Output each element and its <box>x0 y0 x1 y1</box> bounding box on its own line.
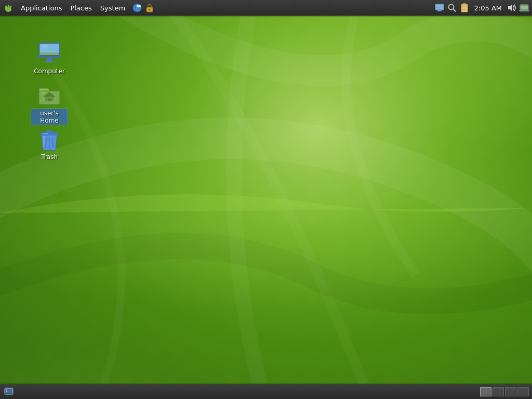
svg-rect-35 <box>40 44 59 57</box>
top-panel: Applications Places System <box>0 0 532 16</box>
svg-rect-38 <box>40 55 59 57</box>
network-globe-icon[interactable] <box>131 2 143 14</box>
svg-rect-39 <box>47 58 52 61</box>
svg-rect-40 <box>44 61 55 62</box>
workspace-1-button[interactable] <box>480 387 491 396</box>
svg-point-2 <box>8 5 10 7</box>
search-icon[interactable] <box>446 2 458 14</box>
keyring-icon[interactable] <box>144 2 155 14</box>
places-menu[interactable]: Places <box>66 0 96 16</box>
svg-rect-25 <box>463 4 466 5</box>
svg-point-4 <box>5 7 6 9</box>
trash-icon[interactable]: Trash <box>29 125 70 163</box>
svg-point-3 <box>10 6 12 8</box>
clipboard-icon[interactable] <box>459 2 470 14</box>
home-folder-icon-image <box>37 83 62 108</box>
svg-rect-42 <box>39 91 59 104</box>
workspace-2-button[interactable] <box>493 387 504 396</box>
svg-rect-18 <box>437 11 442 11</box>
workspace-switcher <box>480 387 529 396</box>
svg-line-50 <box>52 138 53 148</box>
svg-rect-36 <box>40 44 59 52</box>
volume-icon[interactable] <box>506 2 517 14</box>
svg-rect-47 <box>46 130 52 133</box>
svg-marker-29 <box>508 4 512 11</box>
computer-icon[interactable]: Computer <box>29 39 70 77</box>
desktop[interactable]: Computer user's Home <box>0 16 532 384</box>
svg-rect-32 <box>521 6 528 9</box>
clock[interactable]: 2:05 AM <box>471 4 505 12</box>
workspace-switcher-area <box>480 387 532 396</box>
power-manager-icon[interactable] <box>518 2 530 14</box>
trash-icon-image <box>37 127 62 152</box>
computer-icon-image <box>37 41 62 66</box>
svg-rect-51 <box>43 133 48 135</box>
svg-rect-54 <box>5 393 12 394</box>
desktop-wallpaper-overlay <box>0 16 532 384</box>
svg-rect-34 <box>40 44 59 57</box>
svg-line-48 <box>46 138 46 148</box>
home-folder-icon[interactable]: user's Home <box>29 81 70 127</box>
show-desktop-button[interactable] <box>3 386 15 397</box>
svg-rect-41 <box>39 91 60 104</box>
svg-rect-33 <box>39 43 60 58</box>
gnome-menu-button[interactable] <box>2 2 15 14</box>
display-icon[interactable] <box>434 2 445 14</box>
svg-line-23 <box>453 9 456 12</box>
svg-point-12 <box>139 5 141 7</box>
workspace-3-button[interactable] <box>505 387 516 396</box>
svg-marker-44 <box>43 92 56 97</box>
svg-rect-17 <box>438 10 441 11</box>
svg-point-14 <box>149 9 151 10</box>
svg-rect-56 <box>6 391 7 393</box>
svg-rect-46 <box>41 132 58 135</box>
svg-marker-43 <box>44 93 55 101</box>
system-menu[interactable]: System <box>96 0 129 16</box>
workspace-4-button[interactable] <box>517 387 529 396</box>
svg-rect-31 <box>520 10 529 11</box>
applications-menu[interactable]: Applications <box>17 0 66 16</box>
svg-rect-55 <box>6 389 7 391</box>
bottom-panel <box>0 384 532 399</box>
panel-right-area: 2:05 AM <box>434 2 532 14</box>
svg-rect-45 <box>48 99 51 101</box>
svg-rect-37 <box>40 52 59 57</box>
panel-quick-launch <box>131 2 155 14</box>
gnome-foot-icon <box>3 3 14 13</box>
bottom-panel-left <box>0 386 16 397</box>
svg-rect-16 <box>436 5 443 9</box>
